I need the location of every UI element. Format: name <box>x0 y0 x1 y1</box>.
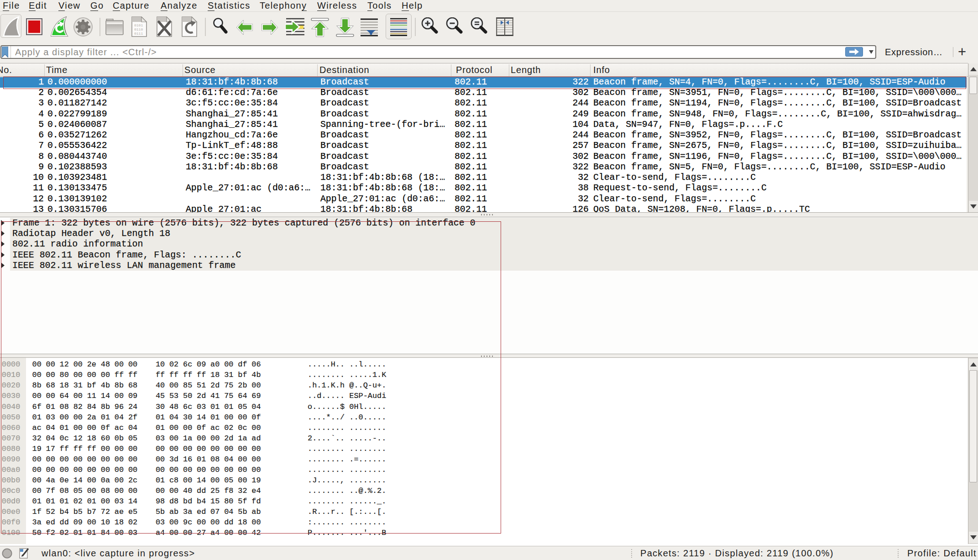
svg-text:0111: 0111 <box>134 31 143 36</box>
svg-text:0101: 0101 <box>134 23 143 27</box>
svg-text:0110: 0110 <box>134 27 143 31</box>
